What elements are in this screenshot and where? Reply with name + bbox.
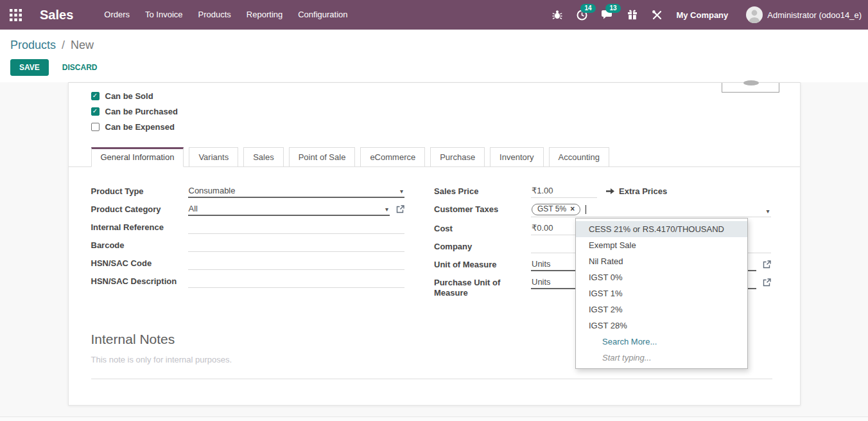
menu-orders[interactable]: Orders	[96, 0, 137, 30]
tab-accounting[interactable]: Accounting	[549, 147, 609, 167]
tax-tag-label: GST 5%	[537, 204, 566, 214]
top-navbar: Sales Orders To Invoice Products Reporti…	[0, 0, 868, 30]
form-view-background: Can be Sold Can be Purchased Can be Expe…	[0, 82, 868, 417]
menu-products[interactable]: Products	[191, 0, 239, 30]
main-menu: Orders To Invoice Products Reporting Con…	[96, 0, 355, 30]
support-tools-icon[interactable]	[645, 10, 670, 21]
product-form-sheet: Can be Sold Can be Purchased Can be Expe…	[68, 82, 801, 406]
breadcrumb-separator: /	[59, 39, 67, 51]
activities-count-badge[interactable]: 14	[580, 4, 595, 13]
hsn-sac-description-label: HSN/SAC Description	[91, 276, 188, 287]
app-title[interactable]: Sales	[40, 8, 73, 22]
caret-down-icon[interactable]: ▾	[400, 188, 403, 195]
dropdown-search-more[interactable]: Search More...	[576, 334, 747, 350]
apps-menu-button[interactable]	[0, 9, 28, 21]
user-menu[interactable]: Administrator (odoo14_e)	[737, 6, 864, 23]
can-be-sold-row[interactable]: Can be Sold	[91, 88, 800, 103]
arrow-right-icon	[606, 188, 614, 195]
dropdown-option-igst-0[interactable]: IGST 0%	[576, 269, 747, 285]
dropdown-option-igst-28[interactable]: IGST 28%	[576, 318, 747, 334]
customer-taxes-label: Customer Taxes	[434, 204, 531, 215]
product-type-select[interactable]: Consumable ▾	[188, 186, 405, 198]
sales-price-label: Sales Price	[434, 186, 531, 197]
navbar-systray: 14 13 My Company	[545, 6, 868, 23]
product-image-placeholder[interactable]	[722, 83, 779, 93]
breadcrumb-products-link[interactable]: Products	[10, 39, 56, 51]
user-name: Administrator (odoo14_e)	[767, 10, 862, 20]
dropdown-start-typing: Start typing...	[576, 350, 747, 366]
company-label: Company	[434, 241, 531, 252]
internal-reference-label: Internal Reference	[91, 222, 188, 233]
tab-variants[interactable]: Variants	[189, 147, 238, 167]
can-be-purchased-row[interactable]: Can be Purchased	[91, 103, 800, 119]
purchase-unit-of-measure-label: Purchase Unit of Measure	[434, 277, 531, 298]
caret-down-icon[interactable]: ▾	[385, 206, 388, 213]
tab-purchase[interactable]: Purchase	[430, 147, 485, 167]
breadcrumb-current: New	[71, 39, 94, 51]
messages-count-badge[interactable]: 13	[605, 4, 620, 13]
apps-grid-icon	[10, 9, 22, 21]
menu-reporting[interactable]: Reporting	[239, 0, 290, 30]
external-link-icon[interactable]	[763, 259, 771, 269]
tab-inventory[interactable]: Inventory	[490, 147, 543, 167]
product-type-label: Product Type	[91, 186, 188, 197]
notebook-tabs: General Information Variants Sales Point…	[69, 147, 800, 167]
save-button[interactable]: SAVE	[10, 59, 49, 76]
breadcrumb: Products / New	[10, 38, 858, 52]
camera-icon	[743, 80, 759, 85]
tax-tag[interactable]: GST 5% ×	[532, 204, 580, 215]
customer-taxes-dropdown: CESS 21% or RS.4170/THOUSAND Exempt Sale…	[575, 218, 748, 369]
form-right-column: Sales Price ₹1.00 Extra Prices Customer …	[434, 186, 777, 304]
product-category-select[interactable]: All ▾	[188, 204, 390, 216]
tab-general-information[interactable]: General Information	[91, 147, 184, 167]
control-panel-buttons: SAVE DISCARD	[10, 59, 858, 76]
dropdown-option-igst-2[interactable]: IGST 2%	[576, 301, 747, 318]
internal-reference-input[interactable]	[188, 222, 405, 234]
dropdown-option-igst-1[interactable]: IGST 1%	[576, 285, 747, 301]
tab-sales[interactable]: Sales	[243, 147, 284, 167]
can-be-sold-checkbox[interactable]	[91, 92, 100, 100]
barcode-label: Barcode	[91, 240, 188, 251]
discard-button[interactable]: DISCARD	[54, 59, 106, 76]
barcode-row: Barcode	[91, 240, 405, 252]
external-link-icon[interactable]	[396, 204, 404, 213]
dropdown-option-cess-21[interactable]: CESS 21% or RS.4170/THOUSAND	[576, 221, 747, 237]
tab-ecommerce[interactable]: eCommerce	[360, 147, 425, 167]
customer-taxes-input[interactable]: GST 5% × ▾ CESS 21% or RS.4170/THOUSAND …	[531, 204, 771, 217]
can-be-expensed-row[interactable]: Can be Expensed	[91, 119, 800, 134]
sales-price-input[interactable]: ₹1.00	[531, 186, 597, 198]
hsn-sac-code-label: HSN/SAC Code	[91, 258, 188, 269]
hsn-sac-description-row: HSN/SAC Description	[91, 276, 405, 288]
extra-prices-button[interactable]: Extra Prices	[606, 186, 667, 196]
can-be-purchased-checkbox[interactable]	[91, 107, 100, 116]
avatar	[746, 6, 763, 23]
hsn-sac-code-input[interactable]	[188, 258, 405, 270]
caret-down-icon[interactable]: ▾	[766, 208, 769, 215]
menu-to-invoice[interactable]: To Invoice	[137, 0, 191, 30]
activities-clock-icon[interactable]: 14	[569, 10, 595, 21]
can-be-expensed-checkbox[interactable]	[91, 123, 100, 131]
gift-icon[interactable]	[620, 10, 645, 20]
messages-chat-icon[interactable]: 13	[595, 10, 620, 20]
tab-point-of-sale[interactable]: Point of Sale	[289, 147, 356, 167]
cost-label: Cost	[434, 223, 531, 234]
debug-bug-icon[interactable]	[545, 10, 569, 20]
dropdown-option-exempt-sale[interactable]: Exempt Sale	[576, 237, 747, 253]
tax-tag-remove-icon[interactable]: ×	[570, 204, 575, 214]
notes-separator	[91, 379, 772, 379]
text-cursor	[586, 205, 586, 214]
dropdown-option-nil-rated[interactable]: Nil Rated	[576, 253, 747, 269]
barcode-input[interactable]	[188, 240, 405, 252]
hsn-sac-description-input[interactable]	[188, 276, 405, 288]
product-type-row: Product Type Consumable ▾	[91, 186, 405, 198]
unit-of-measure-label: Unit of Measure	[434, 259, 531, 270]
product-category-row: Product Category All ▾	[91, 204, 405, 216]
hsn-sac-code-row: HSN/SAC Code	[91, 258, 405, 270]
control-panel: Products / New SAVE DISCARD	[0, 30, 868, 82]
page-footer-strip	[0, 417, 868, 421]
menu-configuration[interactable]: Configuration	[290, 0, 355, 30]
company-switcher[interactable]: My Company	[670, 10, 737, 20]
customer-taxes-row: Customer Taxes GST 5% × ▾ CESS 21% or RS…	[434, 204, 771, 217]
external-link-icon[interactable]	[763, 277, 771, 287]
can-be-sold-label: Can be Sold	[105, 91, 153, 101]
